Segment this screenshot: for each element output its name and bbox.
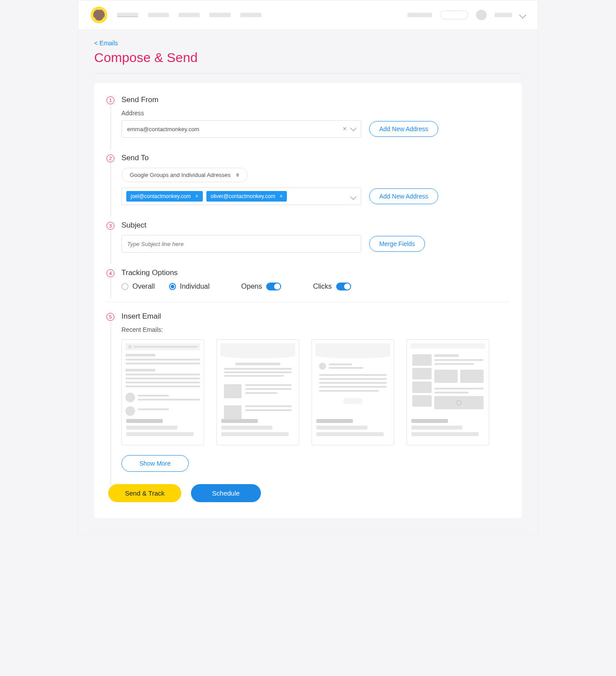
breadcrumb[interactable]: < Emails <box>94 40 522 47</box>
subject-input-wrap[interactable] <box>121 235 361 253</box>
user-name-placeholder <box>495 13 512 17</box>
step-number: 1 <box>106 96 114 104</box>
chevron-down-icon[interactable] <box>519 11 527 19</box>
from-address-input[interactable]: × <box>121 120 361 138</box>
opens-toggle[interactable] <box>266 283 281 290</box>
nav-item[interactable] <box>179 13 200 17</box>
radio-overall[interactable]: Overall <box>121 283 155 290</box>
topbar-text-placeholder <box>407 13 432 17</box>
email-template[interactable] <box>121 339 204 445</box>
email-template[interactable] <box>407 339 489 445</box>
avatar[interactable] <box>476 10 487 20</box>
step-number: 4 <box>106 269 114 277</box>
step-title: Send To <box>121 154 510 162</box>
recipient-mode-label: Google Groups and Individual Adresses <box>130 172 231 178</box>
subject-input[interactable] <box>127 241 356 247</box>
chevron-down-icon[interactable] <box>350 194 356 200</box>
step-send-to: 2 Send To Google Groups and Individual A… <box>106 154 510 209</box>
clear-icon[interactable]: × <box>343 125 347 133</box>
show-more-button[interactable]: Show More <box>121 455 189 472</box>
topbar <box>78 0 538 30</box>
step-title: Tracking Options <box>121 268 510 277</box>
step-tracking: 4 Tracking Options Overall Individual Op… <box>106 268 510 290</box>
add-address-button[interactable]: Add New Address <box>369 188 438 204</box>
step-subject: 3 Subject Merge Fields <box>106 221 510 257</box>
step-title: Send From <box>121 96 510 104</box>
clicks-toggle[interactable] <box>336 283 351 290</box>
nav-item[interactable] <box>209 13 231 17</box>
remove-chip-icon[interactable]: × <box>279 193 282 199</box>
step-title: Subject <box>121 221 510 230</box>
radio-individual[interactable]: Individual <box>169 283 210 290</box>
step-number: 3 <box>106 222 114 230</box>
step-number: 2 <box>106 154 114 162</box>
recipient-chip[interactable]: oliver@contactmonkey.com× <box>206 191 287 202</box>
address-label: Address <box>121 110 510 117</box>
template-list <box>121 339 510 445</box>
step-title: Insert Email <box>121 312 510 321</box>
add-address-button[interactable]: Add New Address <box>369 121 438 137</box>
logo <box>91 7 107 23</box>
step-number: 5 <box>106 313 114 321</box>
topbar-pill[interactable] <box>440 11 468 19</box>
nav-item[interactable] <box>117 13 138 17</box>
nav-placeholders <box>117 13 261 17</box>
send-track-button[interactable]: Send & Track <box>108 484 181 502</box>
topbar-right <box>407 10 525 20</box>
step-insert-email: 5 Insert Email Recent Emails: <box>106 312 510 472</box>
page-title: Compose & Send <box>94 50 522 65</box>
from-address-field[interactable] <box>127 126 343 132</box>
clicks-label: Clicks <box>313 283 332 290</box>
nav-item[interactable] <box>148 13 169 17</box>
recent-emails-label: Recent Emails: <box>121 326 510 333</box>
divider <box>106 302 510 302</box>
compose-card: 1 Send From Address × Add New Address <box>94 83 522 518</box>
actions: Send & Track Schedule <box>106 484 510 502</box>
chevron-down-icon[interactable] <box>350 125 356 131</box>
remove-chip-icon[interactable]: × <box>195 193 198 199</box>
recipient-mode-select[interactable]: Google Groups and Individual Adresses <box>121 168 248 182</box>
merge-fields-button[interactable]: Merge Fields <box>369 236 425 252</box>
recipients-input[interactable]: joel@contactmonkey.com× oliver@contactmo… <box>121 187 361 205</box>
nav-item[interactable] <box>240 13 261 17</box>
opens-label: Opens <box>241 283 262 290</box>
email-template[interactable] <box>216 339 299 445</box>
schedule-button[interactable]: Schedule <box>191 484 261 502</box>
step-send-from: 1 Send From Address × Add New Address <box>106 96 510 142</box>
recipient-chip[interactable]: joel@contactmonkey.com× <box>126 191 203 202</box>
divider <box>94 73 522 73</box>
email-template[interactable] <box>312 339 394 445</box>
